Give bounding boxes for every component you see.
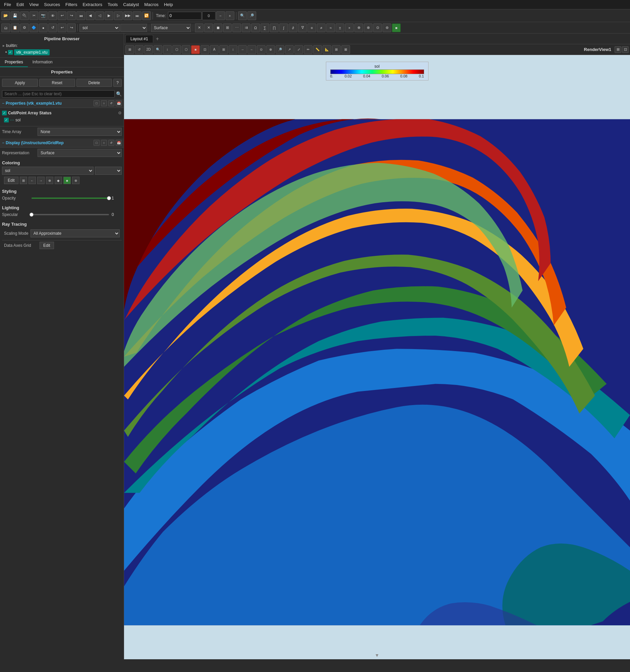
menu-tools[interactable]: Tools bbox=[105, 1, 120, 8]
rt-btn1[interactable]: ⊞ bbox=[125, 45, 134, 54]
tb2-btn6[interactable]: ↺ bbox=[48, 23, 57, 32]
tb2-btn8[interactable]: ↪ bbox=[67, 23, 76, 32]
menu-edit[interactable]: Edit bbox=[14, 1, 26, 8]
time-input[interactable] bbox=[168, 12, 201, 20]
array-status-checkbox[interactable]: ✓ bbox=[2, 111, 7, 115]
array-status-gear[interactable]: ⚙ bbox=[118, 111, 122, 115]
sec1-btn3[interactable]: ↺ bbox=[108, 100, 114, 106]
rt-btn4[interactable]: ↕ bbox=[163, 45, 172, 54]
tb2-icon-g9[interactable]: ≈ bbox=[326, 23, 335, 32]
tb-play-back-btn[interactable]: ◀ bbox=[86, 11, 95, 20]
time-array-select[interactable]: None bbox=[38, 128, 122, 136]
menu-filters[interactable]: Filters bbox=[63, 1, 80, 8]
rt-btn12[interactable]: ← bbox=[247, 45, 256, 54]
tb2-icon-x1[interactable]: ✕ bbox=[195, 23, 203, 32]
tb-loop-btn[interactable]: 🔁 bbox=[142, 11, 151, 20]
tb-play-back-step-btn[interactable]: ◁ bbox=[95, 11, 104, 20]
tb2-btn3[interactable]: ⚙ bbox=[20, 23, 29, 32]
tb2-icon-arr[interactable]: ⇉ bbox=[242, 23, 250, 32]
source-select[interactable]: sol bbox=[79, 24, 120, 32]
sec2-btn1[interactable]: □ bbox=[94, 140, 100, 146]
tab-properties[interactable]: Properties bbox=[0, 58, 28, 67]
reset-button[interactable]: Reset bbox=[39, 79, 75, 87]
section1-arrow[interactable]: − bbox=[2, 101, 4, 105]
tb2-icon-g5[interactable]: ∂ bbox=[289, 23, 297, 32]
tb-play-end-btn[interactable]: ⏭ bbox=[133, 11, 142, 20]
rt-btn-a[interactable]: A bbox=[210, 45, 219, 54]
tb-zoom-out-btn[interactable]: 🔎 bbox=[247, 11, 256, 20]
rt-btn8[interactable]: ⊡ bbox=[200, 45, 209, 54]
specular-track[interactable] bbox=[31, 214, 109, 215]
sec2-btn3[interactable]: ↺ bbox=[108, 140, 114, 146]
tb-connect-btn[interactable]: 🔌 bbox=[20, 11, 29, 20]
tb2-icon-g1[interactable]: Ω bbox=[251, 23, 260, 32]
color-icon-green[interactable]: ■ bbox=[63, 177, 71, 184]
sec1-btn2[interactable]: ○ bbox=[101, 100, 107, 106]
rt-btn3[interactable]: 🔍 bbox=[153, 45, 162, 54]
color-icon-1[interactable]: ⊞ bbox=[20, 177, 27, 184]
representation-value-select[interactable]: Surface bbox=[38, 149, 122, 157]
edit-btn[interactable]: Edit bbox=[4, 177, 19, 184]
representation-select[interactable]: Surface bbox=[151, 24, 191, 32]
tb2-btn4[interactable]: 🔷 bbox=[29, 23, 38, 32]
menu-view[interactable]: View bbox=[26, 1, 41, 8]
menu-sources[interactable]: Sources bbox=[41, 1, 63, 8]
menu-extractors[interactable]: Extractors bbox=[80, 1, 105, 8]
tb2-btn7[interactable]: ↩ bbox=[58, 23, 66, 32]
tb2-icon-green[interactable]: ■ bbox=[392, 23, 401, 32]
rt-btn18[interactable]: ✏ bbox=[304, 45, 313, 54]
color-icon-2[interactable]: ← bbox=[28, 177, 36, 184]
menu-file[interactable]: File bbox=[1, 1, 14, 8]
pipeline-file-label[interactable]: vtk_example1.vtu bbox=[14, 49, 49, 55]
color-icon-5[interactable]: ◆ bbox=[55, 177, 62, 184]
rt-layout-btn2[interactable]: ⊡ bbox=[622, 46, 629, 53]
render-viewport[interactable]: sol 0. 0.02 0.04 0.06 0.08 0.1 bbox=[124, 55, 630, 659]
rt-layout-btn1[interactable]: ⊞ bbox=[614, 46, 621, 53]
rt-2d-btn[interactable]: 2D bbox=[144, 45, 153, 54]
rt-btn19[interactable]: 📏 bbox=[313, 45, 322, 54]
section2-arrow[interactable]: − bbox=[2, 141, 4, 145]
tb-play-fwd-btn[interactable]: ▶▶ bbox=[123, 11, 132, 20]
rt-btn5[interactable]: ⬡ bbox=[172, 45, 181, 54]
tb2-icon-sq[interactable]: ◼ bbox=[214, 23, 222, 32]
tb-eye-btn[interactable]: 👁 bbox=[48, 11, 57, 20]
tb-redo-btn[interactable]: ↪ bbox=[67, 11, 76, 20]
tb2-icon-g14[interactable]: ⊙ bbox=[373, 23, 382, 32]
tb-undo-btn[interactable]: ↩ bbox=[58, 11, 66, 20]
scroll-indicator[interactable]: ▼ bbox=[375, 652, 380, 658]
rt-btn10[interactable]: ↕ bbox=[229, 45, 237, 54]
rt-btn6[interactable]: ⬡ bbox=[182, 45, 190, 54]
tb2-btn1[interactable]: 🗂 bbox=[1, 23, 10, 32]
coloring-var-select[interactable]: sol bbox=[2, 167, 94, 175]
rt-btn11[interactable]: → bbox=[238, 45, 247, 54]
color-icon-6[interactable]: ⊗ bbox=[72, 177, 79, 184]
delete-button[interactable]: Delete bbox=[76, 79, 112, 87]
tb-camera-btn[interactable]: 📷 bbox=[39, 11, 48, 20]
tb2-icon-g13[interactable]: ⊗ bbox=[364, 23, 372, 32]
tb2-icon-dots[interactable]: ⋯ bbox=[232, 23, 241, 32]
tb2-icon-g6[interactable]: ∇ bbox=[298, 23, 307, 32]
rt-btn17[interactable]: ⤢ bbox=[294, 45, 303, 54]
tb2-icon-g12[interactable]: ⊕ bbox=[355, 23, 363, 32]
rt-btn21[interactable]: ⊞ bbox=[332, 45, 341, 54]
rt-btn22[interactable]: ⊠ bbox=[341, 45, 350, 54]
tb-play-begin-btn[interactable]: ⏮ bbox=[76, 11, 85, 20]
sol-checkbox[interactable]: ✓ bbox=[4, 118, 9, 122]
tb-zoom-in-btn[interactable]: 🔍 bbox=[238, 11, 247, 20]
tb2-icon-x2[interactable]: ✕ bbox=[204, 23, 213, 32]
sec1-btn4[interactable]: 📅 bbox=[116, 100, 122, 106]
tb-play-btn[interactable]: ▶ bbox=[105, 11, 113, 20]
menu-catalyst[interactable]: Catalyst bbox=[120, 1, 142, 8]
add-tab-btn[interactable]: + bbox=[153, 34, 162, 43]
data-axes-edit-btn[interactable]: Edit bbox=[40, 242, 54, 249]
pipeline-file-item[interactable]: • ✓ vtk_example1.vtu bbox=[4, 49, 122, 56]
rt-btn9[interactable]: ⊞ bbox=[219, 45, 228, 54]
tb2-icon-g4[interactable]: ∫ bbox=[279, 23, 288, 32]
menu-help[interactable]: Help bbox=[161, 1, 176, 8]
rt-btn15[interactable]: 🔎 bbox=[275, 45, 284, 54]
tb2-icon-g10[interactable]: ± bbox=[336, 23, 344, 32]
color-icon-4[interactable]: ⊕ bbox=[46, 177, 53, 184]
tb-plus-btn[interactable]: + bbox=[226, 11, 234, 20]
tb-disconnect-btn[interactable]: ✂ bbox=[29, 11, 38, 20]
sec2-btn2[interactable]: ○ bbox=[101, 140, 107, 146]
